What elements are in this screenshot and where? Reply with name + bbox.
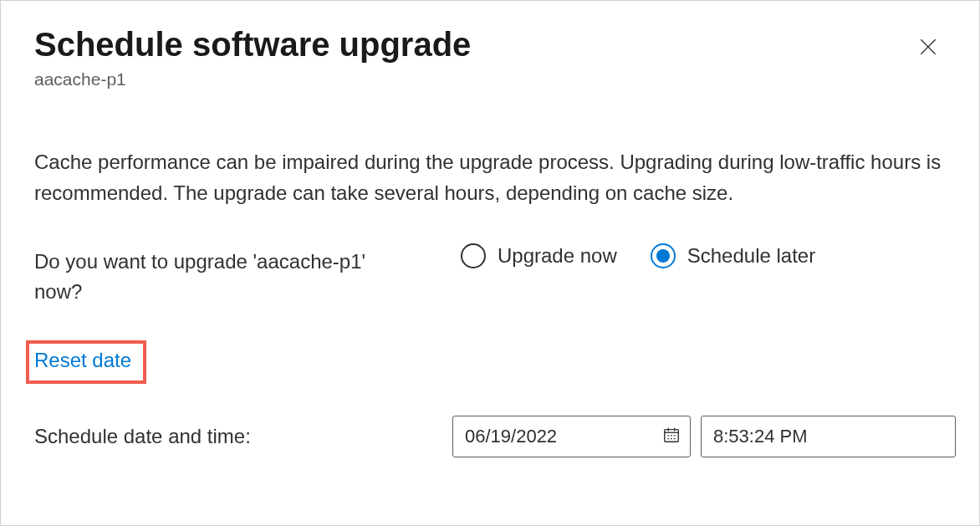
date-input-wrapper xyxy=(452,416,691,457)
title-block: Schedule software upgrade aacache-p1 xyxy=(34,24,471,89)
schedule-later-radio[interactable]: Schedule later xyxy=(651,243,815,268)
time-input[interactable] xyxy=(701,416,956,457)
close-button[interactable] xyxy=(911,29,946,67)
description-text: Cache performance can be impaired during… xyxy=(34,146,946,208)
radio-dot-icon xyxy=(656,249,670,263)
panel-subtitle: aacache-p1 xyxy=(34,69,471,89)
schedule-later-label: Schedule later xyxy=(687,244,815,268)
upgrade-radio-group: Upgrade now Schedule later xyxy=(461,243,815,268)
upgrade-now-label: Upgrade now xyxy=(498,244,617,268)
panel-header: Schedule software upgrade aacache-p1 xyxy=(34,24,946,89)
upgrade-now-radio[interactable]: Upgrade now xyxy=(461,243,617,268)
schedule-datetime-label: Schedule date and time: xyxy=(34,425,452,448)
question-text: Do you want to upgrade 'aacache-p1' now? xyxy=(34,247,402,307)
close-icon xyxy=(917,48,939,60)
panel-title: Schedule software upgrade xyxy=(34,24,471,64)
schedule-upgrade-panel: Schedule software upgrade aacache-p1 Cac… xyxy=(0,0,980,526)
reset-date-link[interactable]: Reset date xyxy=(34,349,131,372)
radio-unselected-icon xyxy=(461,243,486,268)
reset-date-highlight: Reset date xyxy=(26,340,146,384)
radio-selected-icon xyxy=(651,243,676,268)
upgrade-question-row: Do you want to upgrade 'aacache-p1' now?… xyxy=(34,247,946,307)
date-input[interactable] xyxy=(452,416,691,457)
schedule-datetime-row: Schedule date and time: xyxy=(34,416,946,457)
